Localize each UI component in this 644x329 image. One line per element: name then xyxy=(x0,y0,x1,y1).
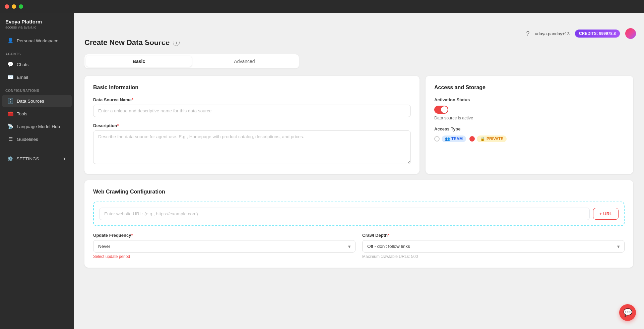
maximize-button[interactable] xyxy=(19,4,23,9)
credits-button[interactable]: CREDITS: 999978.8 xyxy=(575,30,620,38)
chat-icon: 💬 xyxy=(7,61,13,67)
settings-label: SETTINGS xyxy=(16,156,39,161)
name-required: * xyxy=(132,97,133,102)
access-type-row: 👥 TEAM 🔒 PRIVATE xyxy=(434,135,625,142)
tabs-container: Basic Advanced xyxy=(84,54,299,68)
private-icon: 🔒 xyxy=(480,136,485,141)
update-freq-hint: Select update period xyxy=(93,254,356,259)
app-container: Evoya Platform access via avaia.io 👤 Per… xyxy=(0,13,644,329)
sidebar-item-settings[interactable]: ⚙️ SETTINGS ▼ xyxy=(2,153,72,164)
guidelines-label: Guidelines xyxy=(17,137,38,142)
private-label: PRIVATE xyxy=(487,136,503,141)
sidebar-item-data-sources[interactable]: 🗄️ Data Sources xyxy=(2,95,72,107)
close-button[interactable] xyxy=(5,4,9,9)
radio-private-circle xyxy=(469,136,475,142)
sidebar-divider xyxy=(5,149,68,149)
access-storage-card: Access and Storage Activation Status Dat… xyxy=(426,76,633,174)
brand-name: Evoya Platform xyxy=(5,19,68,24)
toggle-row xyxy=(434,106,625,114)
activation-status: Data source is active xyxy=(434,116,625,120)
language-model-icon: 📡 xyxy=(7,123,13,129)
crawl-settings-row: Update Frequency* Never Daily Weekly Mon… xyxy=(93,233,625,259)
personal-workspace-label: Personal Workspace xyxy=(17,38,58,43)
team-badge: 👥 TEAM xyxy=(442,135,466,142)
name-label: Data Source Name* xyxy=(93,97,411,102)
add-url-button[interactable]: + URL xyxy=(593,208,619,220)
email-icon: ✉️ xyxy=(7,74,13,80)
crawl-depth-label: Crawl Depth* xyxy=(362,233,625,238)
team-icon: 👥 xyxy=(445,136,450,141)
radio-team-option[interactable]: 👥 TEAM xyxy=(434,135,466,142)
crawl-depth-select-wrapper: Off - don't follow links 1 level 2 level… xyxy=(362,240,625,253)
desc-required: * xyxy=(117,123,119,128)
url-input-container: + URL xyxy=(93,202,625,226)
tab-advanced[interactable]: Advanced xyxy=(192,56,297,67)
toggle-thumb xyxy=(441,106,448,113)
brand: Evoya Platform access via avaia.io xyxy=(0,13,74,34)
tools-label: Tools xyxy=(17,111,27,116)
tab-basic[interactable]: Basic xyxy=(86,56,192,67)
data-sources-icon: 🗄️ xyxy=(7,98,13,104)
basic-info-card: Basic Information Data Source Name* Desc… xyxy=(84,76,420,174)
basic-info-title: Basic Information xyxy=(93,85,411,91)
sidebar-item-guidelines[interactable]: ☰ Guidelines xyxy=(2,133,72,145)
titlebar xyxy=(0,0,644,13)
web-crawling-title: Web Crawling Configuration xyxy=(93,189,625,195)
radio-private-option[interactable]: 🔒 PRIVATE xyxy=(469,135,507,142)
data-sources-label: Data Sources xyxy=(17,99,44,104)
desc-label: Description* xyxy=(93,123,411,128)
sidebar: Evoya Platform access via avaia.io 👤 Per… xyxy=(0,13,74,329)
activation-toggle[interactable] xyxy=(434,106,448,114)
crawl-depth-group: Crawl Depth* Off - don't follow links 1 … xyxy=(362,233,625,259)
sidebar-item-tools[interactable]: 🧰 Tools xyxy=(2,108,72,120)
sidebar-item-email[interactable]: ✉️ Email xyxy=(2,71,72,83)
topbar: ? udaya.panday+13 CREDITS: 999978.8 xyxy=(147,25,644,42)
team-label: TEAM xyxy=(451,136,463,141)
update-freq-required: * xyxy=(131,233,133,238)
guidelines-icon: ☰ xyxy=(7,136,13,142)
brand-sub: access via avaia.io xyxy=(5,25,68,29)
sidebar-item-chats[interactable]: 💬 Chats xyxy=(2,58,72,70)
access-type-label: Access Type xyxy=(434,126,625,131)
chat-fab-icon: 💬 xyxy=(623,308,632,317)
sidebar-item-personal-workspace[interactable]: 👤 Personal Workspace xyxy=(2,35,72,47)
topbar-user: udaya.panday+13 xyxy=(535,31,570,36)
url-input[interactable] xyxy=(99,208,590,220)
chevron-down-icon: ▼ xyxy=(63,157,66,161)
description-textarea[interactable] xyxy=(93,130,411,164)
configs-section-label: CONFIGURATIONS xyxy=(0,84,74,95)
chats-label: Chats xyxy=(17,62,28,67)
user-icon: 👤 xyxy=(7,38,13,44)
private-badge: 🔒 PRIVATE xyxy=(477,135,507,142)
crawl-depth-hint: Maximum crawlable URLs: 500 xyxy=(362,254,625,259)
email-label: Email xyxy=(17,75,28,80)
update-freq-label: Update Frequency* xyxy=(93,233,356,238)
tools-icon: 🧰 xyxy=(7,111,13,117)
crawl-depth-required: * xyxy=(388,233,389,238)
content-grid: Basic Information Data Source Name* Desc… xyxy=(84,76,633,174)
radio-team-circle xyxy=(434,136,440,142)
minimize-button[interactable] xyxy=(12,4,16,9)
activation-label: Activation Status xyxy=(434,97,625,102)
sidebar-item-language-model-hub[interactable]: 📡 Language Model Hub xyxy=(2,120,72,132)
agents-section-label: AGENTS xyxy=(0,47,74,58)
language-model-label: Language Model Hub xyxy=(17,124,60,129)
avatar[interactable] xyxy=(625,28,636,39)
web-crawling-card: Web Crawling Configuration + URL Update … xyxy=(84,180,633,268)
settings-icon: ⚙️ xyxy=(7,156,13,161)
crawl-depth-select[interactable]: Off - don't follow links 1 level 2 level… xyxy=(362,240,625,253)
update-frequency-group: Update Frequency* Never Daily Weekly Mon… xyxy=(93,233,356,259)
chat-fab-button[interactable]: 💬 xyxy=(619,304,636,321)
access-storage-title: Access and Storage xyxy=(434,85,625,91)
update-frequency-select[interactable]: Never Daily Weekly Monthly xyxy=(93,240,356,253)
main-content: ? udaya.panday+13 CREDITS: 999978.8 Crea… xyxy=(74,13,644,329)
help-icon[interactable]: ? xyxy=(526,30,529,37)
update-freq-select-wrapper: Never Daily Weekly Monthly ▼ xyxy=(93,240,356,253)
data-source-name-input[interactable] xyxy=(93,105,411,117)
